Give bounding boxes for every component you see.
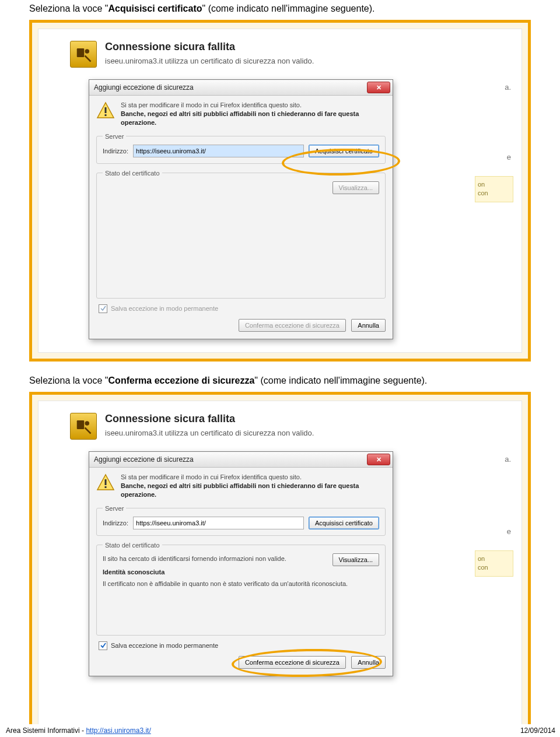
cert-status-fieldset: Stato del certificato Il sito ha cercato… [96, 542, 386, 636]
svg-rect-0 [77, 48, 85, 57]
error-subtitle: iseeu.uniroma3.it utilizza un certificat… [105, 429, 314, 437]
cancel-button[interactable]: Annulla [351, 656, 386, 669]
close-button[interactable]: ✕ [367, 454, 390, 465]
address-label: Indirizzo: [103, 148, 128, 155]
bg-sticky: oncon [475, 550, 513, 577]
screenshot-1: a. e oncon Connessione sicura fallita is… [29, 20, 531, 362]
svg-rect-5 [77, 420, 85, 429]
dialog-title: Aggiungi eccezione di sicurezza [94, 83, 194, 92]
save-permanent-label: Salva eccezione in modo permanente [111, 642, 218, 649]
save-permanent-label: Salva eccezione in modo permanente [111, 305, 218, 312]
bg-text: e [507, 152, 511, 164]
secure-fail-icon [70, 41, 97, 68]
save-permanent-checkbox[interactable] [99, 641, 107, 650]
cancel-button[interactable]: Annulla [351, 319, 386, 332]
error-title: Connessione sicura fallita [105, 413, 314, 425]
screenshot-2: a. e oncon Connessione sicura fallita is… [29, 392, 531, 737]
bg-text: a. [505, 82, 511, 94]
address-input[interactable] [133, 145, 304, 157]
svg-rect-3 [105, 107, 107, 113]
acquire-cert-button[interactable]: Acquisisci certificato [309, 517, 379, 529]
acquire-cert-button[interactable]: Acquisisci certificato [309, 145, 379, 157]
instruction-2: Seleziona la voce "Conferma eccezione di… [29, 375, 531, 386]
error-subtitle: iseeu.uniroma3.it utilizza un certificat… [105, 57, 314, 65]
save-permanent-checkbox[interactable] [99, 304, 107, 313]
warn-line1: Si sta per modificare il modo in cui Fir… [121, 101, 386, 108]
bg-sticky: oncon [475, 176, 513, 202]
footer-date: 12/09/2014 [520, 727, 555, 735]
error-title: Connessione sicura fallita [105, 41, 314, 53]
server-fieldset: Server Indirizzo: Acquisisci certificato [96, 505, 386, 536]
footer-link[interactable]: http://asi.uniroma3.it/ [86, 727, 150, 735]
secure-fail-icon [70, 413, 97, 440]
dialog-title: Aggiungi eccezione di sicurezza [94, 455, 194, 464]
status-line1: Il sito ha cercato di identificarsi forn… [103, 554, 286, 563]
server-fieldset: Server Indirizzo: Acquisisci certificato [96, 133, 386, 164]
warning-icon [96, 473, 115, 492]
svg-point-6 [85, 421, 90, 426]
confirm-exception-button[interactable]: Conferma eccezione di sicurezza [239, 656, 346, 669]
status-heading: Identità sconosciuta [103, 568, 164, 575]
address-label: Indirizzo: [103, 520, 128, 527]
add-exception-dialog: Aggiungi eccezione di sicurezza ✕ Si sta… [89, 79, 393, 339]
page-footer: Area Sistemi Informativi - http://asi.un… [0, 724, 560, 737]
instruction-1: Seleziona la voce "Acquisisci certificat… [29, 3, 531, 14]
add-exception-dialog: Aggiungi eccezione di sicurezza ✕ Si sta… [89, 451, 393, 676]
bg-text: e [507, 526, 511, 538]
cert-status-fieldset: Stato del certificato Visualizza... [96, 170, 386, 299]
warning-icon [96, 101, 115, 120]
confirm-exception-button[interactable]: Conferma eccezione di sicurezza [239, 319, 346, 332]
svg-rect-8 [105, 479, 107, 485]
svg-point-1 [85, 49, 90, 54]
warn-line2: Banche, negozi ed altri siti pubblici af… [121, 110, 386, 127]
view-button[interactable]: Visualizza... [332, 553, 380, 566]
bg-text: a. [505, 454, 511, 466]
svg-rect-4 [105, 114, 107, 116]
close-button[interactable]: ✕ [367, 82, 390, 93]
warn-line2: Banche, negozi ed altri siti pubblici af… [121, 482, 386, 499]
svg-rect-9 [105, 486, 107, 488]
view-button[interactable]: Visualizza... [332, 181, 380, 194]
address-input[interactable] [133, 517, 304, 529]
status-line2: Il certificato non è affidabile in quant… [103, 580, 379, 588]
warn-line1: Si sta per modificare il modo in cui Fir… [121, 473, 386, 480]
